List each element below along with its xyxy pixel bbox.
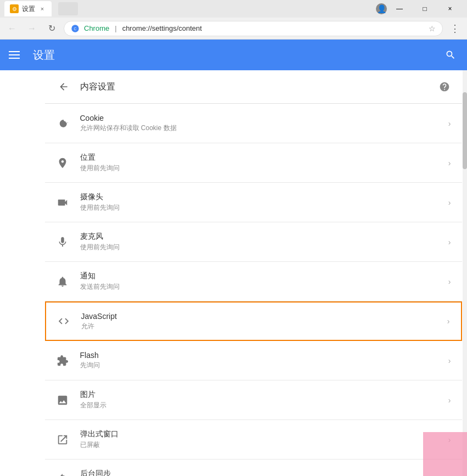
location-chevron-icon: › xyxy=(448,159,451,167)
microphone-desc: 使用前先询问 xyxy=(80,243,437,252)
addressbar: ← → ↻ C Chrome | chrome://settings/conte… xyxy=(0,18,467,40)
microphone-icon xyxy=(56,236,69,249)
flash-text: Flash 先询问 xyxy=(80,351,437,370)
javascript-name: JavaScript xyxy=(81,312,436,321)
sidebar xyxy=(0,70,44,476)
location-icon xyxy=(56,156,69,170)
address-domain: Chrome xyxy=(84,24,109,32)
minimize-button[interactable]: — xyxy=(387,0,412,18)
flash-icon xyxy=(56,354,69,367)
cookie-chevron-icon: › xyxy=(448,119,451,128)
new-tab-button[interactable] xyxy=(58,2,78,15)
tab-close-button[interactable]: × xyxy=(38,5,46,13)
javascript-chevron-icon: › xyxy=(447,317,450,326)
secure-icon: C xyxy=(71,24,80,33)
microphone-chevron-icon: › xyxy=(448,238,451,247)
camera-text: 摄像头 使用前先询问 xyxy=(80,192,437,212)
camera-chevron-icon: › xyxy=(448,198,451,207)
microphone-name: 麦克风 xyxy=(80,232,437,242)
hamburger-line-1 xyxy=(9,51,20,52)
svg-text:C: C xyxy=(74,26,77,30)
javascript-text: JavaScript 允许 xyxy=(81,312,436,331)
sync-name: 后台同步 xyxy=(80,469,437,476)
tab-title: 设置 xyxy=(22,4,35,14)
setting-item-flash[interactable]: Flash 先询问 › xyxy=(45,341,462,380)
address-separator: | xyxy=(115,24,116,32)
images-text: 图片 全部显示 xyxy=(80,390,437,410)
setting-item-images[interactable]: 图片 全部显示 › xyxy=(45,380,462,420)
search-icon xyxy=(445,49,456,60)
back-button[interactable]: ← xyxy=(4,21,20,36)
popup-name: 弹出式窗口 xyxy=(80,429,437,439)
hamburger-line-2 xyxy=(9,54,20,55)
microphone-text: 麦克风 使用前先询问 xyxy=(80,232,437,252)
javascript-icon xyxy=(57,315,70,328)
scrollbar-track[interactable] xyxy=(463,70,467,476)
sync-icon xyxy=(56,473,69,477)
help-button[interactable] xyxy=(438,80,451,93)
images-desc: 全部显示 xyxy=(80,401,437,410)
browser-tab[interactable]: ⚙ 设置 × xyxy=(4,1,52,16)
cookie-text: Cookie 允许网站保存和读取 Cookie 数据 xyxy=(80,114,437,133)
javascript-desc: 允许 xyxy=(81,322,436,331)
chrome-header: 设置 xyxy=(0,40,467,70)
images-name: 图片 xyxy=(80,390,437,400)
search-button[interactable] xyxy=(443,47,458,63)
location-text: 位置 使用前先询问 xyxy=(80,153,437,173)
popup-icon xyxy=(56,433,69,446)
window-controls: 👤 — □ × xyxy=(376,0,463,18)
notification-chevron-icon: › xyxy=(448,277,451,286)
hamburger-menu-button[interactable] xyxy=(9,47,24,63)
back-row: 内容设置 xyxy=(45,70,462,104)
user-avatar[interactable]: 👤 xyxy=(376,3,387,14)
setting-item-location[interactable]: 位置 使用前先询问 › xyxy=(45,143,462,183)
scrollbar-thumb[interactable] xyxy=(463,92,467,169)
camera-name: 摄像头 xyxy=(80,192,437,202)
flash-desc: 先询问 xyxy=(80,361,437,370)
section-title: 内容设置 xyxy=(80,81,429,93)
window-close-button[interactable]: × xyxy=(437,0,463,18)
camera-desc: 使用前先询问 xyxy=(80,203,437,212)
images-chevron-icon: › xyxy=(448,396,451,405)
setting-item-sync[interactable]: 后台同步 允许最近关闭的网站完成数据收发操作 › xyxy=(45,460,462,476)
back-arrow-icon xyxy=(58,81,69,92)
settings-inner: 内容设置 Cookie 允许网站保存和读取 Cookie 数据 xyxy=(45,70,462,476)
forward-button[interactable]: → xyxy=(24,21,40,36)
browser-menu-button[interactable]: ⋮ xyxy=(447,21,463,36)
notification-text: 通知 发送前先询问 xyxy=(80,271,437,292)
setting-item-notification[interactable]: 通知 发送前先询问 › xyxy=(45,262,462,301)
location-name: 位置 xyxy=(80,153,437,163)
setting-item-javascript[interactable]: JavaScript 允许 › xyxy=(45,301,462,341)
camera-icon xyxy=(56,196,69,209)
notification-name: 通知 xyxy=(80,271,437,281)
back-button[interactable] xyxy=(56,79,71,94)
refresh-button[interactable]: ↻ xyxy=(44,21,59,36)
popup-desc: 已屏蔽 xyxy=(80,440,437,450)
images-icon xyxy=(56,394,69,407)
sync-text: 后台同步 允许最近关闭的网站完成数据收发操作 xyxy=(80,469,437,476)
help-icon xyxy=(439,81,450,92)
content-area: 内容设置 Cookie 允许网站保存和读取 Cookie 数据 xyxy=(0,70,467,476)
location-desc: 使用前先询问 xyxy=(80,164,437,173)
popup-text: 弹出式窗口 已屏蔽 xyxy=(80,429,437,450)
bookmark-star-icon[interactable]: ☆ xyxy=(429,24,436,33)
maximize-button[interactable]: □ xyxy=(412,0,437,18)
hamburger-line-3 xyxy=(9,58,20,59)
setting-item-microphone[interactable]: 麦克风 使用前先询问 › xyxy=(45,222,462,262)
pink-element xyxy=(423,432,467,476)
setting-item-popup[interactable]: 弹出式窗口 已屏蔽 › xyxy=(45,420,462,460)
address-path: chrome://settings/content xyxy=(122,24,202,32)
settings-panel: 内容设置 Cookie 允许网站保存和读取 Cookie 数据 xyxy=(44,70,463,476)
address-bar[interactable]: C Chrome | chrome://settings/content ☆ xyxy=(64,21,443,36)
setting-item-cookie[interactable]: Cookie 允许网站保存和读取 Cookie 数据 › xyxy=(45,104,462,143)
flash-chevron-icon: › xyxy=(448,356,451,365)
titlebar: ⚙ 设置 × 👤 — □ × xyxy=(0,0,467,18)
notification-desc: 发送前先询问 xyxy=(80,282,437,292)
cookie-icon xyxy=(56,117,69,130)
setting-item-camera[interactable]: 摄像头 使用前先询问 › xyxy=(45,183,462,222)
cookie-name: Cookie xyxy=(80,114,437,122)
page-title: 设置 xyxy=(33,48,55,63)
notification-icon xyxy=(56,275,69,288)
flash-name: Flash xyxy=(80,351,437,360)
tab-favicon: ⚙ xyxy=(10,4,19,13)
